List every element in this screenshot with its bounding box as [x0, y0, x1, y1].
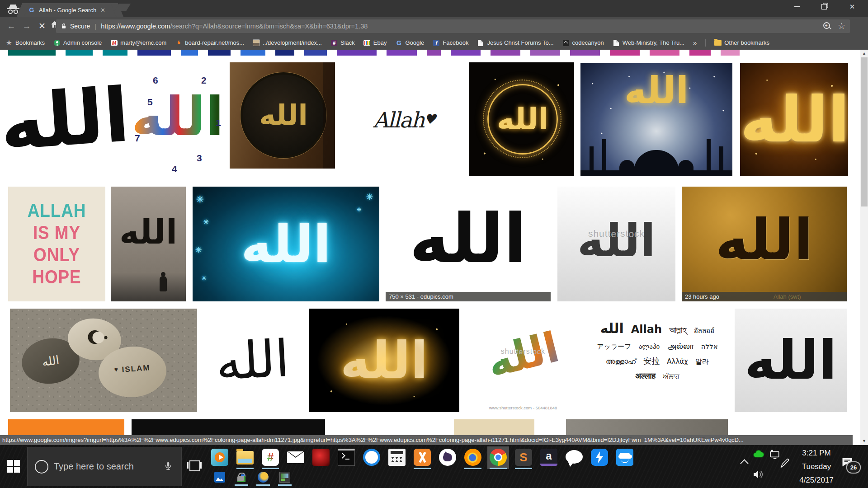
- image-result-numbered-strokes[interactable]: الله 1 2 3 4 5 6 7: [128, 62, 227, 176]
- image-result-edupics[interactable]: الله 750 × 531 - edupics.com: [386, 187, 551, 301]
- bookmarks-overflow-chevron[interactable]: »: [693, 39, 697, 47]
- color-chip[interactable]: [610, 50, 640, 56]
- microphone-icon[interactable]: [163, 461, 173, 473]
- image-result-mosque-night[interactable]: الله: [580, 63, 732, 176]
- scroll-up-arrow[interactable]: ▲: [860, 50, 868, 57]
- image-result-shutterstock-gray[interactable]: الله shutterstock: [557, 187, 675, 301]
- color-chip[interactable]: [337, 50, 377, 56]
- bookmark-google[interactable]: GGoogle: [395, 39, 424, 47]
- taskbar-app-globe[interactable]: [256, 471, 270, 486]
- taskbar-app-chat[interactable]: [563, 446, 585, 469]
- window-restore-button[interactable]: [814, 0, 835, 14]
- window-close-button[interactable]: ✕: [842, 0, 863, 14]
- taskbar-app-firefox[interactable]: [462, 446, 484, 469]
- scroll-thumb[interactable]: [861, 57, 868, 206]
- color-chip[interactable]: [451, 50, 481, 56]
- bookmark-development-index[interactable]: ../development/index...: [253, 39, 322, 47]
- tab-close-icon[interactable]: ✕: [100, 7, 105, 14]
- color-chip[interactable]: [8, 50, 56, 56]
- color-chip[interactable]: [304, 50, 327, 56]
- browser-tab[interactable]: G Allah - Google Search ✕: [24, 3, 117, 17]
- action-center-icon[interactable]: 26: [841, 456, 854, 469]
- color-chip[interactable]: [530, 50, 560, 56]
- color-chip[interactable]: [650, 50, 679, 56]
- tray-network-icon[interactable]: [769, 449, 780, 462]
- image-result-wall-calligraphy[interactable]: الله: [111, 187, 186, 301]
- taskbar-app-xampp[interactable]: [411, 446, 433, 469]
- color-chip[interactable]: [427, 50, 441, 56]
- image-result-islam-stones[interactable]: الله ♥ ISLAM: [10, 309, 197, 412]
- color-chip[interactable]: [66, 50, 93, 56]
- image-result-colorful-shutterstock[interactable]: الله shutterstock www.shutterstock.com -…: [466, 309, 580, 412]
- address-bar[interactable]: Secure | https://www.google.com /search?…: [56, 19, 850, 33]
- taskbar-app-github[interactable]: [437, 446, 458, 469]
- bookmark-codecanyon[interactable]: codecanyon: [562, 39, 604, 47]
- color-chip[interactable]: [275, 50, 294, 56]
- image-result-partial-orange[interactable]: [8, 419, 124, 435]
- taskbar-app-cloud[interactable]: [614, 446, 636, 469]
- color-chip[interactable]: [570, 50, 600, 56]
- image-result-rust-gold[interactable]: الله 23 hours agoAllah (swt): [682, 187, 847, 301]
- tray-green-cloud-icon[interactable]: [752, 448, 765, 462]
- image-result-handwritten[interactable]: الله: [203, 309, 302, 412]
- taskbar-app-calculator[interactable]: [386, 446, 408, 469]
- tray-chevron-up-icon[interactable]: [740, 459, 748, 467]
- color-chip[interactable]: [137, 50, 171, 56]
- taskbar-app-sync-lock[interactable]: [234, 471, 249, 486]
- taskbar-app-file-explorer[interactable]: [234, 446, 256, 469]
- forward-button[interactable]: →: [21, 20, 33, 32]
- bookmark-gmail[interactable]: Mmarty@iernc.com: [110, 39, 166, 47]
- taskbar-app-photos-small[interactable]: [212, 471, 227, 486]
- color-chip[interactable]: [491, 50, 520, 56]
- task-view-button[interactable]: [187, 460, 202, 471]
- bookmark-bookmarks[interactable]: ★Bookmarks: [5, 39, 45, 47]
- image-result-black-calligraphy[interactable]: الله: [0, 62, 127, 176]
- image-result-script-allah[interactable]: Allah♥: [343, 62, 465, 176]
- tray-volume-icon[interactable]: [752, 469, 764, 482]
- image-result-languages[interactable]: اللهAllahআল্লাহ্อัลลอฮ์アッラーフალაჰიஅல்லாאל…: [587, 309, 728, 412]
- taskbar-search-box[interactable]: Type here to search: [27, 447, 182, 486]
- window-minimize-button[interactable]: [787, 0, 807, 14]
- taskbar-app-mail[interactable]: [285, 446, 307, 469]
- taskbar-app-chrome[interactable]: [487, 446, 509, 469]
- color-chip[interactable]: [208, 50, 231, 56]
- image-result-studio-gray[interactable]: الله: [735, 309, 847, 412]
- image-result-partial-stone[interactable]: [566, 419, 728, 435]
- color-chip[interactable]: [689, 50, 711, 56]
- image-result-partial-tan[interactable]: [454, 419, 534, 435]
- bookmark-star-icon[interactable]: ☆: [838, 22, 845, 30]
- taskbar-app-red-dragon[interactable]: [310, 446, 332, 469]
- color-chip[interactable]: [241, 50, 265, 56]
- taskbar-app-movies-tv[interactable]: [209, 446, 231, 469]
- taskbar-app-messenger[interactable]: [589, 446, 610, 469]
- taskbar-app-image-viewer[interactable]: [278, 471, 292, 486]
- image-result-blue-glow[interactable]: ✳ ✳ ✳ ✳ ✳ ✳ الله: [193, 187, 379, 301]
- taskbar-app-command-prompt[interactable]: [335, 446, 357, 469]
- image-result-medallion[interactable]: الله: [230, 62, 335, 169]
- bookmark-board-repair[interactable]: board-repair.net/mos...: [175, 39, 244, 47]
- color-chip[interactable]: [103, 50, 127, 56]
- bookmark-facebook[interactable]: fFacebook: [433, 39, 468, 47]
- scroll-down-arrow[interactable]: ▼: [860, 437, 868, 445]
- image-result-gold-3d[interactable]: الله: [740, 63, 848, 176]
- back-button[interactable]: ←: [5, 20, 17, 32]
- image-result-hope-poster[interactable]: ALLAH IS MY ONLY HOPE: [8, 187, 105, 301]
- bookmark-web-ministry[interactable]: Web-Ministry, The Tru...: [613, 39, 684, 47]
- color-chip[interactable]: [181, 50, 198, 56]
- taskbar-app-blue-circle[interactable]: [361, 446, 382, 469]
- taskbar-app-a[interactable]: a: [538, 446, 560, 469]
- image-result-partial-black[interactable]: [132, 419, 325, 435]
- image-result-glowing-black[interactable]: الله: [309, 309, 459, 412]
- taskbar-clock[interactable]: 3:21 PM Tuesday 4/25/2017: [789, 446, 844, 487]
- image-result-gold-glitter-ring[interactable]: الله: [469, 62, 574, 176]
- color-chip[interactable]: [387, 50, 417, 56]
- taskbar-app-slack[interactable]: #: [259, 446, 281, 469]
- start-button[interactable]: [7, 460, 20, 473]
- stop-button[interactable]: ✕: [36, 20, 48, 32]
- bookmark-ebay[interactable]: Ebay: [363, 39, 387, 47]
- taskbar-app-sublime[interactable]: S: [513, 446, 534, 469]
- bookmark-slack[interactable]: #Slack: [330, 39, 355, 47]
- scrollbar[interactable]: ▲ ▼: [860, 50, 868, 445]
- bookmark-jesus-christ-forums[interactable]: Jesus Christ Forums To...: [477, 39, 553, 47]
- zoom-icon[interactable]: +: [823, 22, 831, 30]
